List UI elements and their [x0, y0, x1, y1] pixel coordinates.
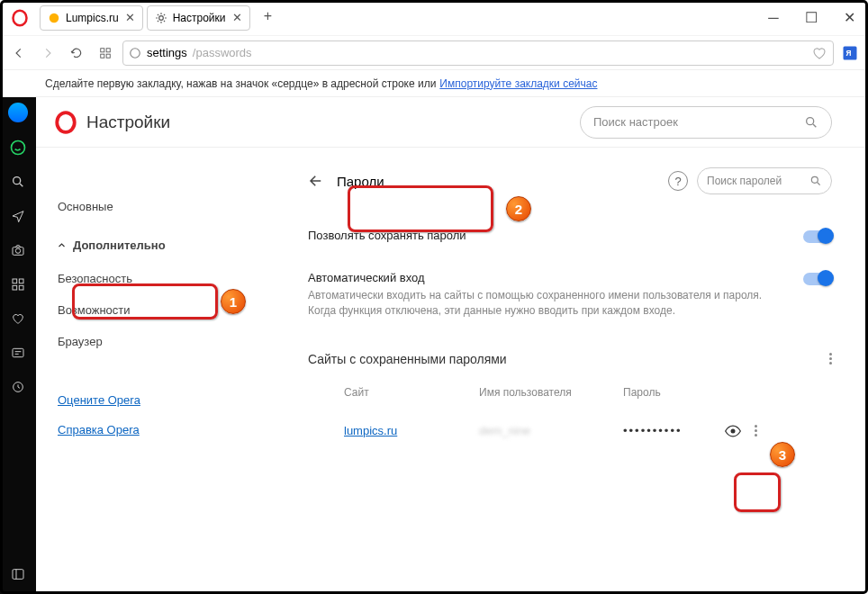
- auto-signin-toggle[interactable]: [803, 273, 832, 285]
- speed-dial-button[interactable]: [94, 41, 117, 65]
- reload-button[interactable]: [65, 41, 88, 65]
- svg-point-13: [15, 248, 20, 253]
- minimize-button[interactable]: ─: [755, 4, 792, 32]
- window-controls: ─ ☐ ✕: [755, 4, 868, 32]
- svg-rect-18: [13, 348, 23, 356]
- settings-sidebar: Основные Дополнительно Безопасность Возм…: [36, 148, 297, 594]
- sidebar-item-browser[interactable]: Браузер: [36, 326, 297, 357]
- tab-strip: Lumpics.ru ✕ Настройки ✕ +: [40, 5, 279, 31]
- arrow-left-icon: [308, 173, 324, 189]
- history-icon[interactable]: [9, 378, 27, 396]
- username-cell: dem_nine: [479, 424, 623, 437]
- search-settings-input[interactable]: Поиск настроек: [580, 106, 832, 139]
- send-icon[interactable]: [9, 207, 27, 225]
- svg-point-0: [14, 10, 27, 25]
- eye-icon: [724, 422, 742, 440]
- titlebar: Lumpics.ru ✕ Настройки ✕ + ─ ☐ ✕: [0, 0, 868, 36]
- toolbar: settings/passwords Я: [0, 36, 868, 70]
- url-path: /passwords: [193, 46, 252, 59]
- svg-rect-16: [13, 285, 17, 290]
- opera-menu-button[interactable]: [4, 2, 36, 34]
- search-passwords-input[interactable]: Поиск паролей: [697, 167, 832, 194]
- import-bookmarks-link[interactable]: Импортируйте закладки сейчас: [439, 77, 597, 90]
- password-cell: ••••••••••: [623, 424, 722, 437]
- opera-logo-icon: [54, 111, 77, 134]
- chevron-up-icon: [58, 241, 66, 249]
- tab-lumpics[interactable]: Lumpics.ru ✕: [40, 5, 143, 31]
- settings-title: Настройки: [54, 111, 170, 134]
- svg-rect-6: [106, 54, 110, 58]
- site-info-icon[interactable]: [129, 47, 141, 59]
- close-icon[interactable]: ✕: [231, 12, 244, 24]
- row-more-icon[interactable]: [755, 425, 757, 436]
- site-icon: [48, 12, 60, 24]
- news-icon[interactable]: [9, 344, 27, 362]
- svg-point-23: [811, 176, 818, 183]
- url-scheme: settings: [147, 46, 187, 59]
- svg-point-22: [807, 117, 814, 124]
- svg-point-21: [57, 112, 75, 132]
- sidebar-item-advanced[interactable]: Дополнительно: [36, 231, 297, 259]
- svg-point-11: [14, 177, 21, 184]
- highlight-box-2: [348, 185, 493, 232]
- marker-1: 1: [221, 289, 246, 314]
- bookmark-hint-bar: Сделайте первую закладку, нажав на значо…: [0, 70, 868, 97]
- help-icon[interactable]: ?: [668, 171, 688, 191]
- search-icon: [804, 115, 818, 130]
- marker-3: 3: [770, 442, 795, 467]
- grid-icon[interactable]: [9, 275, 27, 293]
- hint-text: Сделайте первую закладку, нажав на значо…: [45, 77, 436, 90]
- tab-settings[interactable]: Настройки ✕: [147, 5, 250, 31]
- svg-rect-5: [101, 54, 104, 58]
- settings-header: Настройки Поиск настроек: [36, 97, 868, 148]
- tab-label: Настройки: [173, 12, 226, 24]
- help-opera-link[interactable]: Справка Opera: [58, 423, 297, 436]
- svg-point-1: [50, 13, 59, 22]
- show-password-button[interactable]: [722, 420, 744, 442]
- svg-rect-3: [101, 48, 104, 51]
- marker-2: 2: [506, 196, 531, 221]
- panel-icon[interactable]: [9, 565, 27, 583]
- svg-point-2: [158, 15, 163, 20]
- save-passwords-toggle[interactable]: [803, 230, 832, 243]
- auto-signin-row: Автоматический вход Автоматически входит…: [308, 258, 832, 332]
- translate-button[interactable]: Я: [839, 42, 861, 64]
- more-icon[interactable]: [829, 353, 832, 364]
- whatsapp-icon[interactable]: [9, 139, 27, 157]
- svg-rect-15: [19, 279, 23, 284]
- forward-button[interactable]: [36, 41, 59, 65]
- close-button[interactable]: ✕: [830, 4, 868, 32]
- search-icon: [809, 175, 822, 187]
- heart-icon[interactable]: [811, 45, 827, 61]
- svg-point-10: [12, 141, 25, 155]
- svg-point-7: [131, 48, 140, 58]
- highlight-box-1: [72, 284, 218, 320]
- opera-sidebar: [0, 97, 36, 594]
- messenger-icon[interactable]: [8, 103, 28, 122]
- heart-icon[interactable]: [9, 310, 27, 328]
- highlight-box-3: [734, 472, 781, 512]
- rate-opera-link[interactable]: Оцените Opera: [58, 393, 297, 407]
- tab-label: Lumpics.ru: [66, 12, 119, 24]
- svg-rect-4: [106, 48, 110, 51]
- svg-rect-14: [13, 279, 17, 284]
- saved-sites-section: Сайты с сохраненными паролями: [308, 332, 832, 374]
- password-row-lumpics: lumpics.ru dem_nine ••••••••••: [308, 406, 832, 446]
- address-bar[interactable]: settings/passwords: [122, 40, 834, 66]
- site-link[interactable]: lumpics.ru: [344, 424, 397, 437]
- gear-icon: [155, 12, 167, 24]
- svg-rect-17: [19, 285, 23, 290]
- sidebar-item-main[interactable]: Основные: [36, 193, 297, 220]
- table-header: Сайт Имя пользователя Пароль: [308, 374, 832, 406]
- svg-point-24: [731, 428, 736, 433]
- svg-rect-20: [13, 570, 23, 580]
- maximize-button[interactable]: ☐: [792, 4, 830, 32]
- search-icon[interactable]: [9, 173, 27, 191]
- svg-text:Я: Я: [846, 50, 852, 58]
- camera-icon[interactable]: [9, 241, 27, 259]
- back-button[interactable]: [7, 41, 31, 65]
- new-tab-button[interactable]: +: [258, 5, 279, 27]
- close-icon[interactable]: ✕: [124, 12, 137, 24]
